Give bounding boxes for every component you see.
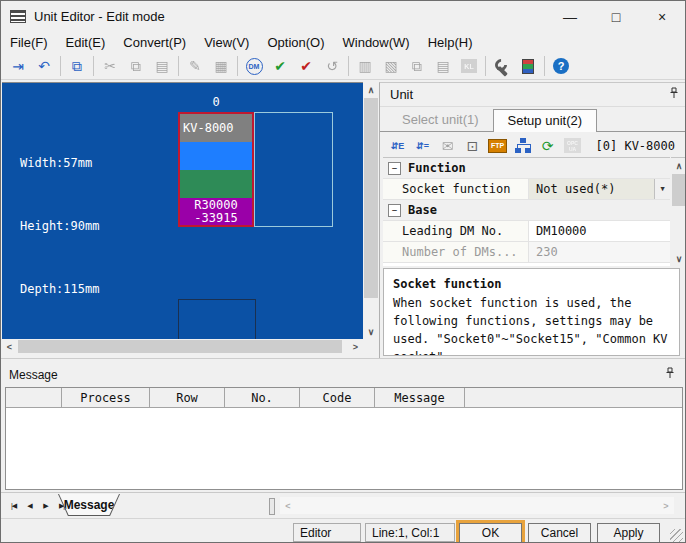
cut-icon[interactable]: ✂ (98, 55, 122, 77)
scroll-up-icon[interactable]: ∧ (363, 82, 379, 97)
close-button[interactable]: × (639, 1, 685, 32)
scrollbar-thumb[interactable] (364, 98, 378, 298)
pin-icon[interactable] (665, 367, 675, 382)
leading-dm-label: Leading DM No. (383, 221, 529, 241)
tab-select-unit[interactable]: Select unit(1) (388, 109, 493, 131)
edit-icon[interactable]: ✎ (183, 55, 207, 77)
scrollbar-thumb[interactable] (18, 340, 342, 353)
menu-view[interactable]: View(V) (195, 33, 258, 52)
minimize-button[interactable]: — (547, 1, 593, 32)
scroll-left-icon[interactable]: < (280, 497, 296, 514)
scroll-left-icon[interactable]: < (2, 339, 17, 354)
num-dms-label: Number of DMs... (383, 242, 529, 262)
kl-icon[interactable]: KL (457, 55, 481, 77)
unit-relay-range: R30000 -33915 (180, 198, 252, 225)
menu-help[interactable]: Help(H) (419, 33, 482, 52)
unit-copy-icon[interactable]: ▥ (353, 55, 377, 77)
save-unit-icon[interactable] (516, 55, 540, 77)
socket-function-value[interactable]: Not used(*) ▼ (529, 179, 670, 199)
sort-name-icon[interactable]: ⇵= (411, 135, 434, 157)
apply-to-editor-icon[interactable]: ⧉ (65, 55, 89, 77)
title-bar: Unit Editor - Edit mode — □ × (1, 1, 685, 32)
help-icon[interactable]: ? (549, 55, 573, 77)
verify-unit-icon[interactable]: ⊡ (461, 135, 484, 157)
ftp-setting-icon[interactable]: FTP (486, 135, 509, 157)
sort-order-icon[interactable]: ⇵E (386, 135, 409, 157)
group-base-label: Base (408, 203, 437, 217)
ok-button[interactable]: OK (459, 523, 522, 543)
paste-icon[interactable]: ▤ (150, 55, 174, 77)
tab-message[interactable]: Message (58, 494, 120, 516)
property-grid: − Function Socket function Not used(*) ▼… (383, 157, 670, 266)
undo-icon[interactable]: ↶ (32, 55, 56, 77)
first-tab-icon[interactable]: |◀ (7, 499, 20, 513)
menu-file[interactable]: File(F) (1, 33, 57, 52)
status-cursor: Line:1, Col:1 (365, 523, 455, 542)
base-unit-outline[interactable] (178, 299, 256, 340)
next-tab-icon[interactable]: ▶ (39, 499, 52, 513)
strip-horizontal-scrollbar[interactable]: < > (280, 497, 674, 514)
grid-vertical-scrollbar[interactable]: ∧ ∨ (671, 157, 686, 266)
canvas-vertical-scrollbar[interactable]: ∧ ∨ (363, 82, 379, 339)
pin-icon[interactable] (669, 87, 679, 102)
maximize-button[interactable]: □ (593, 1, 639, 32)
network-tree-icon (515, 138, 531, 153)
menu-bar: File(F) Edit(E) Convert(P) View(V) Optio… (1, 32, 685, 53)
unit-setup-icon[interactable]: ▦ (209, 55, 233, 77)
unit-canvas[interactable]: Width:57mm Height:90mm Depth:115mm Curr.… (2, 82, 363, 340)
rly-check-icon[interactable]: ✔ (294, 55, 318, 77)
paste-k-icon[interactable]: ▤ (431, 55, 455, 77)
cancel-button[interactable]: Cancel (528, 523, 591, 543)
canvas-horizontal-scrollbar[interactable]: < > (2, 339, 363, 354)
scroll-down-icon[interactable]: ∨ (671, 251, 686, 266)
network-icon[interactable] (511, 135, 534, 157)
unit-panel-title: Unit (390, 87, 413, 102)
leading-dm-value[interactable]: DM10000 (529, 221, 670, 241)
unit-move-icon[interactable]: ▧ (379, 55, 403, 77)
unit-panel-tabs: Select unit(1) Setup unit(2) (380, 107, 686, 132)
prev-tab-icon[interactable]: ◀ (23, 499, 36, 513)
dropdown-icon[interactable]: ▼ (654, 179, 670, 199)
column-no: No. (225, 388, 300, 408)
property-row-socket: Socket function Not used(*) ▼ (383, 179, 670, 200)
scroll-up-icon[interactable]: ∧ (671, 158, 686, 173)
collapse-icon[interactable]: − (388, 162, 401, 175)
apply-button[interactable]: Apply (597, 523, 660, 543)
opc-ua-badge: OPC UA (564, 138, 581, 153)
property-description: Socket function When socket function is … (383, 268, 680, 356)
toolbar-separator (544, 56, 545, 76)
add-unit-icon[interactable]: ⇥ (6, 55, 30, 77)
system-settings-icon[interactable] (490, 55, 514, 77)
copy-icon[interactable]: ⧉ (124, 55, 148, 77)
group-function-label: Function (408, 161, 466, 175)
tab-setup-unit[interactable]: Setup unit(2) (493, 109, 597, 132)
message-table: Process Row No. Code Message (5, 387, 683, 490)
unit-panel-header: Unit (380, 83, 686, 107)
refresh-unit-icon[interactable]: ⟳ (536, 135, 559, 157)
group-function[interactable]: − Function (383, 158, 670, 179)
unit-block-kv8000[interactable]: KV-8000 R30000 -33915 (178, 112, 254, 227)
scroll-right-icon[interactable]: > (348, 339, 363, 354)
scrollbar-thumb[interactable] (672, 174, 686, 206)
ftp-badge: FTP (488, 139, 507, 153)
opc-ua-icon[interactable]: OPC UA (561, 135, 584, 157)
splitter-handle[interactable] (269, 498, 275, 515)
scroll-right-icon[interactable]: > (658, 497, 674, 514)
description-title: Socket function (393, 275, 670, 293)
menu-edit[interactable]: Edit(E) (57, 33, 115, 52)
menu-convert[interactable]: Convert(P) (114, 33, 195, 52)
socket-function-text: Not used(*) (536, 182, 615, 196)
release-check-icon[interactable]: ↺ (320, 55, 344, 77)
scroll-down-icon[interactable]: ∨ (363, 324, 379, 339)
dm-rlx-assign-icon[interactable]: DM (242, 55, 266, 77)
menu-option[interactable]: Option(O) (258, 33, 333, 52)
dm-check-icon[interactable]: ✔ (268, 55, 292, 77)
menu-window[interactable]: Window(W) (334, 33, 419, 52)
mail-icon[interactable]: ✉ (436, 135, 459, 157)
resize-grip-icon[interactable] (670, 529, 683, 542)
collapse-icon[interactable]: − (388, 204, 401, 217)
tab-message-label: Message (59, 494, 119, 515)
copy-k-icon[interactable]: ⧉ (405, 55, 429, 77)
expansion-slot-outline[interactable] (254, 112, 333, 227)
group-base[interactable]: − Base (383, 200, 670, 221)
